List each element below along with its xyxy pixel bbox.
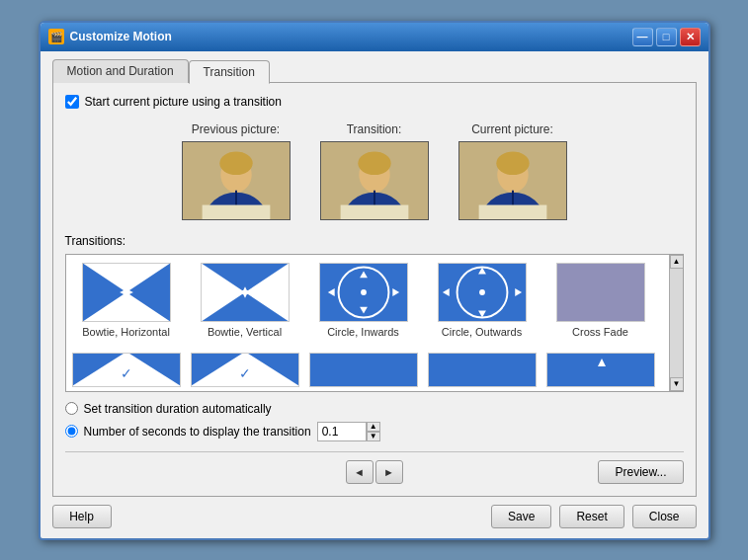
auto-duration-label: Set transition duration automatically <box>84 402 272 416</box>
bowtie-h-icon <box>82 263 171 322</box>
start-transition-label: Start current picture using a transition <box>85 95 282 109</box>
trans-portrait-svg <box>321 141 428 220</box>
transition-panel: Start current picture using a transition… <box>52 82 697 497</box>
transitions-inner: Bowtie, Horizontal <box>66 255 683 391</box>
partial-item-3 <box>309 353 418 387</box>
spinner-down-button[interactable]: ▼ <box>367 432 380 441</box>
svg-point-12 <box>358 151 390 175</box>
spinner-buttons: ▲ ▼ <box>367 422 380 441</box>
bowtie-v-svg <box>202 263 289 322</box>
transitions-row-2: ✓ ✓ <box>66 353 683 391</box>
curr-picture-label: Current picture: <box>471 122 553 136</box>
help-button[interactable]: Help <box>52 505 112 528</box>
start-transition-row: Start current picture using a transition <box>65 95 684 109</box>
transition-picture-label: Transition: <box>347 122 402 136</box>
transition-picture-frame <box>320 141 429 220</box>
circle-out-name: Circle, Outwards <box>442 326 522 338</box>
transitions-box: Bowtie, Horizontal <box>65 254 684 392</box>
titlebar-close-button[interactable]: ✕ <box>680 28 701 46</box>
footer-left: Help <box>52 505 112 528</box>
svg-rect-46 <box>557 263 644 321</box>
radio-section: Set transition duration automatically Nu… <box>65 402 684 441</box>
close-button[interactable]: Close <box>632 505 697 528</box>
partial-check-1: ✓ <box>121 365 132 381</box>
footer-row: Help Save Reset Close <box>52 505 697 528</box>
spinner-up-button[interactable]: ▲ <box>367 422 380 432</box>
scroll-down-button[interactable]: ▼ <box>670 377 684 391</box>
customize-motion-window: 🎬 Customize Motion — □ ✕ Motion and Dura… <box>39 21 710 540</box>
nav-buttons: ◄ ► <box>346 460 403 484</box>
maximize-button[interactable]: □ <box>656 28 677 46</box>
nav-preview-row: ◄ ► Preview... <box>65 460 684 484</box>
window-title: Customize Motion <box>70 30 172 43</box>
svg-rect-7 <box>202 204 270 219</box>
minimize-button[interactable]: — <box>632 28 653 46</box>
svg-point-45 <box>479 289 485 295</box>
partial-item-5 <box>546 353 655 387</box>
circle-in-name: Circle, Inwards <box>327 326 399 338</box>
prev-picture-label: Previous picture: <box>192 122 280 136</box>
titlebar-buttons: — □ ✕ <box>632 28 701 46</box>
circle-in-svg <box>320 263 407 322</box>
tab-transition[interactable]: Transition <box>189 60 270 84</box>
scroll-up-button[interactable]: ▲ <box>670 255 684 269</box>
footer-right: Save Reset Close <box>491 505 696 528</box>
transitions-section: Transitions: <box>65 234 684 392</box>
svg-rect-47 <box>547 354 655 387</box>
cross-fade-icon <box>556 263 645 322</box>
partial-item-4 <box>428 353 537 387</box>
save-button[interactable]: Save <box>491 505 551 528</box>
curr-portrait-svg <box>459 141 566 220</box>
app-icon: 🎬 <box>48 29 64 44</box>
circle-out-svg <box>439 263 526 322</box>
preview-area: Preview... <box>403 460 684 484</box>
svg-rect-21 <box>478 204 546 219</box>
previous-picture-frame <box>182 141 291 220</box>
partial-item-1: ✓ <box>72 353 181 387</box>
trans-portrait <box>321 142 428 219</box>
preview-button[interactable]: Preview... <box>598 460 683 484</box>
svg-point-38 <box>361 289 367 295</box>
tab-bar: Motion and Duration Transition <box>52 59 697 83</box>
cross-fade-svg <box>557 263 644 322</box>
circle-out-icon <box>438 263 527 322</box>
partial-svg-5 <box>547 354 655 387</box>
transition-bowtie-h[interactable]: Bowtie, Horizontal <box>72 263 181 345</box>
auto-duration-radio[interactable] <box>65 402 78 415</box>
reset-button[interactable]: Reset <box>559 505 623 528</box>
prev-portrait <box>183 142 290 219</box>
start-transition-checkbox[interactable] <box>65 95 79 109</box>
bowtie-h-name: Bowtie, Horizontal <box>82 326 170 338</box>
partial-item-2: ✓ <box>191 353 299 387</box>
nav-prev-button[interactable]: ◄ <box>346 460 374 484</box>
auto-duration-row: Set transition duration automatically <box>65 402 684 416</box>
transition-circle-in[interactable]: Circle, Inwards <box>309 263 418 345</box>
transitions-label: Transitions: <box>65 234 684 248</box>
current-picture-frame <box>458 141 567 220</box>
seconds-row: Number of seconds to display the transit… <box>65 422 684 441</box>
transition-picture-container: Transition: <box>320 122 429 220</box>
transition-bowtie-v[interactable]: Bowtie, Vertical <box>191 263 299 345</box>
bowtie-v-name: Bowtie, Vertical <box>208 326 282 338</box>
seconds-input[interactable] <box>317 422 367 441</box>
transition-circle-out[interactable]: Circle, Outwards <box>428 263 537 345</box>
curr-portrait <box>459 142 566 219</box>
seconds-spinner: ▲ ▼ <box>317 422 380 441</box>
tab-motion-duration[interactable]: Motion and Duration <box>52 59 189 83</box>
window-content: Motion and Duration Transition Start cur… <box>41 51 708 538</box>
bowtie-h-svg <box>83 263 170 322</box>
pictures-row: Previous picture: <box>65 122 684 220</box>
scrollbar[interactable]: ▲ ▼ <box>669 255 683 391</box>
previous-picture-container: Previous picture: <box>182 122 291 220</box>
titlebar: 🎬 Customize Motion — □ ✕ <box>41 23 708 51</box>
seconds-label: Number of seconds to display the transit… <box>84 425 311 439</box>
seconds-duration-radio[interactable] <box>65 425 78 438</box>
cross-fade-name: Cross Fade <box>572 326 628 338</box>
transitions-row-1: Bowtie, Horizontal <box>66 255 683 353</box>
svg-point-19 <box>496 151 529 175</box>
partial-check-2: ✓ <box>239 365 251 381</box>
nav-next-button[interactable]: ► <box>375 460 403 484</box>
transition-cross-fade[interactable]: Cross Fade <box>546 263 655 345</box>
circle-in-icon <box>319 263 408 322</box>
svg-rect-14 <box>340 204 408 219</box>
